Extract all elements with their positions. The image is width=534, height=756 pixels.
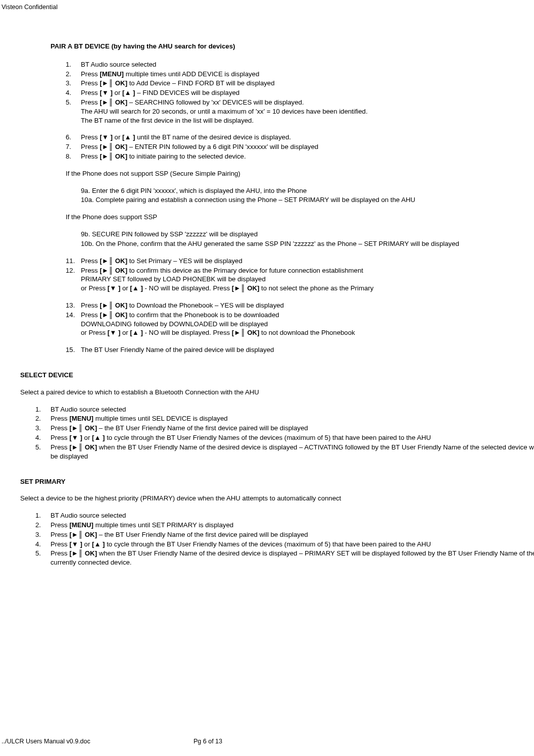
key-down: [▼ ] — [108, 329, 121, 336]
step-8: 8. Press [►║ OK] to initiate pairing to … — [66, 152, 534, 161]
pause-icon: ║ — [240, 284, 245, 292]
step-num: 5. — [66, 98, 81, 125]
step-num: 1. — [66, 60, 81, 69]
step-num: 15. — [66, 345, 81, 355]
br: OK] — [83, 531, 97, 538]
key-up: [▲ ] — [130, 329, 143, 336]
steps-primary: 1. BT Audio source selected 2. Press [ME… — [35, 511, 534, 567]
br: OK] — [83, 424, 97, 432]
step-num: 4. — [35, 433, 51, 442]
step-num: 6. — [66, 133, 81, 142]
step-num: 11. — [66, 257, 81, 266]
play-icon: ► — [234, 284, 240, 292]
play-icon: ► — [102, 267, 109, 274]
t: - NO will be displayed. Press — [143, 284, 232, 292]
t: multiple times until SET PRIMARY is disp… — [93, 521, 233, 529]
play-icon: ► — [102, 301, 109, 309]
step-13: 13. Press [►║ OK] to Download the Phoneb… — [66, 301, 534, 310]
steps-pair-b: 6. Press [▼ ] or [▲ ] until the BT name … — [66, 133, 534, 161]
t: Press — [81, 70, 100, 78]
step-text: BT Audio source selected — [51, 511, 534, 520]
pause-icon: ║ — [109, 79, 113, 87]
step-6: 6. Press [▼ ] or [▲ ] until the BT name … — [66, 133, 534, 142]
step-text: Press [▼ ] or [▲ ] until the BT name of … — [81, 133, 534, 142]
t: when the BT User Friendly Name of the de… — [51, 549, 534, 566]
t: to cycle through the BT User Friendly Na… — [105, 434, 431, 441]
step-sub: PRIMARY SET followed by LOAD PHONEBK wil… — [81, 275, 266, 283]
step-text: Press [MENU] multiple times until ADD DE… — [81, 70, 534, 79]
key-down: [▼ ] — [69, 434, 82, 441]
no-ssp-lead: If the Phone does not support SSP (Secur… — [66, 169, 534, 178]
t: to Download the Phonebook – YES will be … — [127, 301, 284, 309]
step-text: Press [▼ ] or [▲ ] to cycle through the … — [51, 433, 534, 442]
t: Press — [81, 301, 100, 309]
step-11: 11. Press [►║ OK] to Set Primary – YES w… — [66, 257, 534, 266]
step-sub: The BT name of the first device in the l… — [81, 117, 254, 124]
t: multiple times until ADD DEVICE is displ… — [124, 70, 259, 78]
key-down: [▼ ] — [100, 89, 113, 96]
steps-pair-c: 11. Press [►║ OK] to Set Primary – YES w… — [66, 257, 534, 293]
step-4: 4. Press [▼ ] or [▲ ] to cycle through t… — [35, 540, 534, 549]
key-up: [▲ ] — [122, 133, 135, 141]
step-num: 1. — [35, 511, 51, 520]
br: ] — [131, 133, 135, 141]
step-text: The BT User Friendly Name of the paired … — [81, 345, 534, 355]
step-num: 5. — [35, 443, 51, 461]
step-5: 5. Press [►║ OK] – SEARCHING followed by… — [66, 98, 534, 125]
br: OK] — [113, 267, 127, 274]
step-num: 12. — [66, 266, 81, 293]
t: Press — [81, 257, 100, 265]
step-sub: The AHU will search for 20 seconds, or u… — [81, 108, 368, 115]
step-text: Press [►║ OK] when the BT User Friendly … — [51, 443, 534, 461]
t: Press — [51, 443, 69, 451]
step-4: 4. Press [▼ ] or [▲ ] – FIND DEVICES wil… — [66, 88, 534, 97]
step-text: BT Audio source selected — [81, 60, 534, 69]
t: Press — [81, 98, 100, 106]
primary-lead: Select a device to be the highest priori… — [20, 494, 534, 503]
step-text: Press [►║ OK] – ENTER PIN followed by a … — [81, 142, 534, 152]
br: OK] — [113, 257, 127, 265]
step-12: 12. Press [►║ OK] to confirm this device… — [66, 266, 534, 293]
t: Press — [51, 424, 69, 432]
key-ok: [►║ OK] — [100, 257, 127, 265]
t: or — [113, 133, 122, 141]
footer: ../ULCR Users Manual v0.9.doc Pg 6 of 13 — [0, 737, 534, 746]
up-icon: ▲ — [124, 89, 131, 96]
pause-icon: ║ — [109, 301, 113, 309]
section-title-pair: PAIR A BT DEVICE (by having the AHU sear… — [51, 42, 534, 51]
t: Press — [51, 434, 69, 441]
t: - NO will be displayed. Press — [143, 329, 232, 336]
t: Press — [51, 415, 69, 422]
document-page: Visteon Confidential PAIR A BT DEVICE (b… — [0, 0, 534, 756]
step-num: 13. — [66, 301, 81, 310]
key-menu: [MENU] — [100, 70, 124, 78]
pause-icon: ║ — [109, 311, 113, 319]
section-title-primary: SET PRIMARY — [20, 477, 534, 486]
br: ] — [109, 133, 113, 141]
step-2: 2. Press [MENU] multiple times until SET… — [35, 521, 534, 530]
t: Press — [81, 133, 100, 141]
key-ok: [►║ OK] — [100, 98, 127, 106]
down-icon: ▼ — [102, 133, 109, 141]
play-icon: ► — [234, 329, 240, 336]
t: – the BT User Friendly Name of the first… — [97, 424, 308, 432]
step-num: 3. — [35, 424, 51, 433]
t: to not select the phone as the Primary — [259, 284, 373, 292]
step-1: 1. BT Audio source selected — [35, 405, 534, 414]
step-text: Press [►║ OK] to Download the Phonebook … — [81, 301, 534, 310]
t: – FIND DEVICES will be displayed — [135, 89, 240, 96]
t: to confirm this device as the Primary de… — [127, 267, 363, 274]
br: ] — [139, 329, 143, 336]
steps-pair-e: 15. The BT User Friendly Name of the pai… — [66, 345, 534, 355]
key-ok: [►║ OK] — [232, 284, 260, 292]
key-menu: [MENU] — [69, 415, 93, 422]
key-down: [▼ ] — [69, 540, 82, 548]
t: to Add Device – FIND FORD BT will be dis… — [127, 79, 274, 87]
step-text: Press [►║ OK] to initiate pairing to the… — [81, 152, 534, 161]
step-num: 4. — [66, 88, 81, 97]
section-title-select: SELECT DEVICE — [20, 371, 534, 380]
footer-pagenum: Pg 6 of 13 — [193, 737, 269, 746]
step-num: 2. — [35, 521, 51, 530]
step-text: BT Audio source selected — [51, 405, 534, 414]
up-icon: ▲ — [94, 540, 101, 548]
